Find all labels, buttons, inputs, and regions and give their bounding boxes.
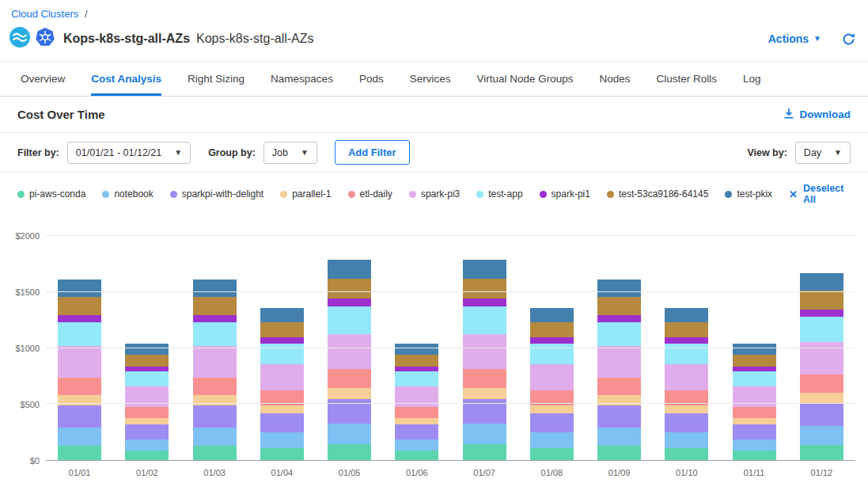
bar-segment-notebook[interactable] bbox=[530, 432, 574, 447]
bar-segment-test-pkix[interactable] bbox=[395, 344, 438, 355]
bar-segment-notebook[interactable] bbox=[193, 428, 237, 446]
breadcrumb-cloud-clusters[interactable]: Cloud Clusters bbox=[11, 8, 78, 20]
date-range-select[interactable]: 01/01/21 - 01/12/21 ▼ bbox=[67, 142, 191, 164]
bar-segment-notebook[interactable] bbox=[260, 432, 304, 447]
bar-segment-test-53ca9186-64145[interactable] bbox=[58, 297, 101, 315]
refresh-button[interactable] bbox=[842, 32, 855, 46]
bar-segment-spark-pi3[interactable] bbox=[328, 334, 371, 369]
bar-segment-spark-pi1[interactable] bbox=[597, 315, 641, 322]
bar-segment-sparkpi-with-delight[interactable] bbox=[395, 424, 438, 439]
bar-segment-test-pkix[interactable] bbox=[597, 280, 641, 297]
bar-segment-pi-aws-conda[interactable] bbox=[463, 444, 506, 460]
bar-segment-test-53ca9186-64145[interactable] bbox=[665, 322, 708, 337]
stacked-bar-01/08[interactable] bbox=[530, 236, 574, 460]
bar-segment-etl-daily[interactable] bbox=[733, 407, 776, 418]
legend-item-sparkpi-with-delight[interactable]: sparkpi-with-delight bbox=[170, 188, 263, 200]
bar-segment-spark-pi1[interactable] bbox=[463, 299, 506, 306]
bar-segment-test-app[interactable] bbox=[463, 306, 506, 333]
tab-cluster-rolls[interactable]: Cluster Rolls bbox=[657, 62, 718, 96]
stacked-bar-01/04[interactable] bbox=[260, 236, 304, 460]
legend-item-spark-pi3[interactable]: spark-pi3 bbox=[409, 188, 460, 200]
bar-segment-parallel-1[interactable] bbox=[530, 405, 574, 414]
bar-segment-test-pkix[interactable] bbox=[733, 344, 776, 355]
bar-segment-etl-daily[interactable] bbox=[463, 369, 506, 388]
bar-segment-test-53ca9186-64145[interactable] bbox=[530, 322, 574, 337]
bar-segment-test-53ca9186-64145[interactable] bbox=[597, 297, 641, 315]
bar-segment-pi-aws-conda[interactable] bbox=[665, 448, 708, 460]
bar-segment-test-53ca9186-64145[interactable] bbox=[395, 355, 438, 367]
stacked-bar-01/05[interactable] bbox=[328, 236, 371, 460]
bar-segment-notebook[interactable] bbox=[125, 439, 169, 451]
bar-segment-test-pkix[interactable] bbox=[125, 344, 169, 355]
bar-segment-notebook[interactable] bbox=[733, 439, 776, 451]
bar-segment-test-53ca9186-64145[interactable] bbox=[800, 291, 843, 310]
tab-nodes[interactable]: Nodes bbox=[600, 62, 631, 96]
stacked-bar-01/11[interactable] bbox=[733, 236, 776, 460]
bar-segment-pi-aws-conda[interactable] bbox=[58, 446, 101, 460]
bar-segment-parallel-1[interactable] bbox=[395, 418, 438, 424]
bar-segment-parallel-1[interactable] bbox=[800, 393, 843, 403]
bar-segment-spark-pi3[interactable] bbox=[260, 364, 304, 391]
stacked-bar-01/02[interactable] bbox=[125, 236, 169, 460]
bar-segment-sparkpi-with-delight[interactable] bbox=[58, 405, 101, 428]
bar-segment-spark-pi1[interactable] bbox=[665, 337, 708, 344]
stacked-bar-01/06[interactable] bbox=[395, 236, 438, 460]
bar-segment-test-app[interactable] bbox=[733, 371, 776, 387]
legend-item-spark-pi1[interactable]: spark-pi1 bbox=[540, 188, 590, 200]
tab-right-sizing[interactable]: Right Sizing bbox=[188, 62, 244, 96]
bar-segment-pi-aws-conda[interactable] bbox=[800, 445, 843, 460]
bar-segment-sparkpi-with-delight[interactable] bbox=[260, 413, 304, 432]
bar-segment-pi-aws-conda[interactable] bbox=[597, 446, 641, 460]
bar-segment-etl-daily[interactable] bbox=[193, 378, 237, 395]
stacked-bar-01/07[interactable] bbox=[463, 236, 506, 460]
bar-segment-parallel-1[interactable] bbox=[733, 418, 776, 424]
bar-segment-spark-pi3[interactable] bbox=[530, 364, 574, 391]
bar-segment-etl-daily[interactable] bbox=[597, 378, 641, 395]
tab-cost-analysis[interactable]: Cost Analysis bbox=[91, 62, 161, 96]
bar-segment-test-app[interactable] bbox=[193, 322, 237, 347]
legend-item-notebook[interactable]: notebook bbox=[102, 188, 153, 200]
bar-segment-sparkpi-with-delight[interactable] bbox=[193, 405, 237, 428]
bar-segment-test-app[interactable] bbox=[328, 306, 371, 333]
bar-segment-etl-daily[interactable] bbox=[328, 369, 371, 388]
bar-segment-notebook[interactable] bbox=[395, 439, 438, 451]
bar-segment-test-53ca9186-64145[interactable] bbox=[463, 279, 506, 299]
bar-segment-parallel-1[interactable] bbox=[665, 405, 708, 414]
bar-segment-test-app[interactable] bbox=[125, 371, 169, 387]
stacked-bar-01/01[interactable] bbox=[58, 236, 101, 460]
bar-segment-spark-pi3[interactable] bbox=[665, 364, 708, 391]
bar-segment-spark-pi3[interactable] bbox=[58, 346, 101, 378]
tab-log[interactable]: Log bbox=[743, 62, 761, 96]
bar-segment-pi-aws-conda[interactable] bbox=[395, 451, 438, 460]
bar-segment-sparkpi-with-delight[interactable] bbox=[530, 413, 574, 432]
bar-segment-test-pkix[interactable] bbox=[800, 273, 843, 291]
bar-segment-pi-aws-conda[interactable] bbox=[125, 451, 169, 460]
tab-namespaces[interactable]: Namespaces bbox=[271, 62, 333, 96]
stacked-bar-01/12[interactable] bbox=[800, 236, 843, 460]
bar-segment-pi-aws-conda[interactable] bbox=[328, 444, 371, 460]
bar-segment-test-53ca9186-64145[interactable] bbox=[328, 279, 371, 299]
deselect-all-button[interactable]: ✕ Deselect All bbox=[789, 183, 851, 205]
bar-segment-sparkpi-with-delight[interactable] bbox=[733, 424, 776, 439]
legend-item-test-53ca9186-64145[interactable]: test-53ca9186-64145 bbox=[607, 188, 708, 200]
bar-segment-pi-aws-conda[interactable] bbox=[193, 446, 237, 460]
download-button[interactable]: Download bbox=[783, 108, 851, 121]
bar-segment-test-app[interactable] bbox=[58, 322, 101, 347]
bar-segment-test-app[interactable] bbox=[597, 322, 641, 347]
tab-services[interactable]: Services bbox=[410, 62, 451, 96]
legend-item-parallel-1[interactable]: parallel-1 bbox=[280, 188, 331, 200]
bar-segment-test-app[interactable] bbox=[800, 317, 843, 342]
bar-segment-etl-daily[interactable] bbox=[58, 378, 101, 395]
add-filter-button[interactable]: Add Filter bbox=[335, 140, 410, 165]
bar-segment-sparkpi-with-delight[interactable] bbox=[665, 413, 708, 432]
bar-segment-test-53ca9186-64145[interactable] bbox=[125, 355, 169, 367]
bar-segment-parallel-1[interactable] bbox=[260, 405, 304, 414]
bar-segment-test-53ca9186-64145[interactable] bbox=[193, 297, 237, 315]
legend-item-test-app[interactable]: test-app bbox=[476, 188, 522, 200]
bar-segment-spark-pi1[interactable] bbox=[193, 315, 237, 322]
bar-segment-notebook[interactable] bbox=[463, 424, 506, 443]
legend-item-etl-daily[interactable]: etl-daily bbox=[348, 188, 392, 200]
bar-segment-etl-daily[interactable] bbox=[395, 407, 438, 418]
bar-segment-pi-aws-conda[interactable] bbox=[733, 451, 776, 460]
stacked-bar-01/09[interactable] bbox=[597, 236, 641, 460]
